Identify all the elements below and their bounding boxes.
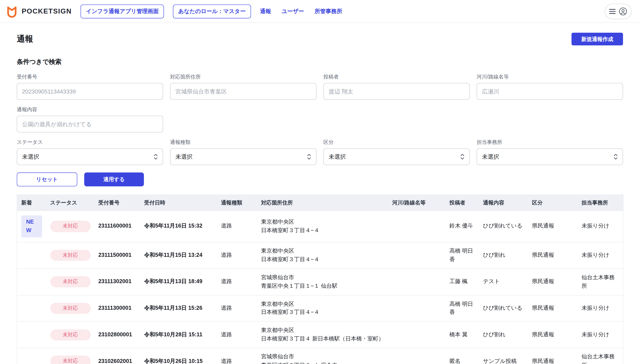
office-select[interactable]: 未選択 xyxy=(476,148,623,165)
address-label: 対応箇所住所 xyxy=(170,74,316,81)
top-navigation: 通報 ユーザー 所管事務所 xyxy=(260,8,342,15)
nav-item-offices[interactable]: 所管事務所 xyxy=(314,8,342,15)
filter-category: 区分 未選択 xyxy=(323,139,470,165)
cell-category: 県民通報 xyxy=(528,211,578,242)
cell-content: ひび割れ xyxy=(479,322,528,348)
table-header: 新着 ステータス 受付番号 受付日時 通報種類 対応箇所住所 河川/路線名等 投… xyxy=(17,195,623,210)
table-row[interactable]: 未対応 23102800001 令和5年10月28日 15:11 道路 東京都中… xyxy=(17,322,623,348)
cell-address: 東京都中央区 日本橋室町３丁目４−４ xyxy=(257,211,388,242)
brand: POCKETSIGN xyxy=(6,5,72,17)
poster-input[interactable] xyxy=(323,83,470,100)
filter-row-2: 通報内容 xyxy=(17,106,623,132)
status-badge: 未対応 xyxy=(50,303,91,314)
receipt-number-input[interactable] xyxy=(17,83,163,100)
filter-river: 河川/路線名等 xyxy=(476,74,623,100)
report-content-input[interactable] xyxy=(17,116,163,132)
select-chevrons-icon xyxy=(307,153,311,160)
office-label: 担当事務所 xyxy=(476,139,623,146)
cell-receipt-number: 23102602001 xyxy=(94,348,140,364)
filter-status: ステータス 未選択 xyxy=(17,139,163,165)
table-row[interactable]: 未対応 23111300001 令和5年11月13日 15:26 道路 東京都中… xyxy=(17,295,623,322)
report-content-label: 通報内容 xyxy=(17,106,163,113)
filter-office: 担当事務所 未選択 xyxy=(476,139,623,165)
account-menu-button[interactable] xyxy=(604,4,632,19)
table-row[interactable]: 未対応 23111500001 令和5年11月15日 13:24 道路 東京都中… xyxy=(17,242,623,269)
cell-category: 県民通報 xyxy=(528,295,578,322)
cell-report-type: 道路 xyxy=(217,348,257,364)
river-input[interactable] xyxy=(476,83,623,100)
cell-report-type: 道路 xyxy=(217,322,257,348)
col-header-content: 通報内容 xyxy=(479,195,528,210)
cell-river xyxy=(388,295,446,322)
header: POCKETSIGN インフラ通報アプリ管理画面 あなたのロール：マスター 通報… xyxy=(0,0,641,23)
cell-content: ひび割れ xyxy=(479,242,528,269)
cell-report-type: 道路 xyxy=(217,295,257,322)
search-section-heading: 条件つきで検索 xyxy=(17,58,623,66)
nav-item-users[interactable]: ユーザー xyxy=(282,8,304,15)
col-header-report-type: 通報種類 xyxy=(217,195,257,210)
report-type-select[interactable]: 未選択 xyxy=(170,148,316,165)
table-body: NEW 未対応 23111600001 令和5年11月16日 15:32 道路 … xyxy=(17,211,623,364)
select-chevrons-icon xyxy=(614,153,618,160)
category-label: 区分 xyxy=(323,139,470,146)
role-badge: あなたのロール：マスター xyxy=(173,4,251,18)
cell-receipt-number: 23102800001 xyxy=(94,322,140,348)
col-header-river: 河川/路線名等 xyxy=(388,195,446,210)
cell-river xyxy=(388,348,446,364)
status-badge: 未対応 xyxy=(50,356,91,364)
reports-table: 新着 ステータス 受付番号 受付日時 通報種類 対応箇所住所 河川/路線名等 投… xyxy=(17,195,624,364)
cell-river xyxy=(388,268,446,295)
cell-poster: 橋本 翼 xyxy=(446,322,479,348)
cell-report-type: 道路 xyxy=(217,242,257,269)
cell-river xyxy=(388,211,446,242)
new-badge: NEW xyxy=(21,215,42,237)
cell-receipt-number: 23111500001 xyxy=(94,242,140,269)
cell-office: 仙台土木事務所 xyxy=(577,268,623,295)
filter-row-1: 受付番号 対応箇所住所 投稿者 河川/路線名等 xyxy=(17,74,623,100)
report-type-select-value: 未選択 xyxy=(175,153,192,160)
cell-address: 宮城県仙台市 青葉区本町３丁目８−１ 庁舎内 xyxy=(257,348,388,364)
cell-river xyxy=(388,322,446,348)
col-header-receipt-number: 受付番号 xyxy=(94,195,140,210)
cell-receipt-number: 23111300001 xyxy=(94,295,140,322)
nav-item-reports[interactable]: 通報 xyxy=(260,8,271,15)
cell-receipt-number: 23111600001 xyxy=(94,211,140,242)
status-badge: 未対応 xyxy=(50,250,91,261)
status-badge: 未対応 xyxy=(50,329,91,340)
cell-poster: 高橋 明日香 xyxy=(446,242,479,269)
report-type-label: 通報種類 xyxy=(170,139,316,146)
cell-category: 県民通報 xyxy=(528,242,578,269)
table-row[interactable]: 未対応 23111302001 令和5年11月13日 18:49 道路 宮城県仙… xyxy=(17,268,623,295)
col-header-office: 担当事務所 xyxy=(577,195,623,210)
apply-button[interactable]: 適用する xyxy=(84,172,144,186)
filter-address: 対応箇所住所 xyxy=(170,74,316,100)
cell-poster: 鈴木 優斗 xyxy=(446,211,479,242)
filter-actions: リセット 適用する xyxy=(17,172,623,186)
cell-category: 県民通報 xyxy=(528,322,578,348)
cell-address: 東京都中央区 日本橋室町３丁目４ 新日本橋駅（日本橋・室町） xyxy=(257,322,388,348)
cell-category: 県民通報 xyxy=(528,268,578,295)
address-input[interactable] xyxy=(170,83,316,100)
cell-poster: 高橋 明日香 xyxy=(446,295,479,322)
table-row[interactable]: 未対応 23102602001 令和5年10月26日 10:15 道路 宮城県仙… xyxy=(17,348,623,364)
category-select[interactable]: 未選択 xyxy=(323,148,470,165)
filter-poster: 投稿者 xyxy=(323,74,470,100)
cell-poster: 匿名 xyxy=(446,348,479,364)
cell-office: 未振り分け xyxy=(577,211,623,242)
status-select[interactable]: 未選択 xyxy=(17,148,163,165)
col-header-status: ステータス xyxy=(46,195,94,210)
cell-receipt-datetime: 令和5年11月15日 13:24 xyxy=(140,242,217,269)
cell-address: 東京都中央区 日本橋室町３丁目４−４ xyxy=(257,242,388,269)
app-window: POCKETSIGN インフラ通報アプリ管理画面 あなたのロール：マスター 通報… xyxy=(0,0,641,364)
select-chevrons-icon xyxy=(154,153,158,160)
cell-office: 未振り分け xyxy=(577,295,623,322)
col-header-receipt-datetime: 受付日時 xyxy=(140,195,217,210)
poster-label: 投稿者 xyxy=(323,74,470,81)
cell-office: 未振り分け xyxy=(577,242,623,269)
table-row[interactable]: NEW 未対応 23111600001 令和5年11月16日 15:32 道路 … xyxy=(17,211,623,242)
category-select-value: 未選択 xyxy=(329,153,346,160)
cell-office: 仙台土木事務所 xyxy=(577,348,623,364)
river-label: 河川/路線名等 xyxy=(476,74,623,81)
create-report-button[interactable]: 新規通報作成 xyxy=(572,33,623,45)
reset-button[interactable]: リセット xyxy=(17,172,78,186)
